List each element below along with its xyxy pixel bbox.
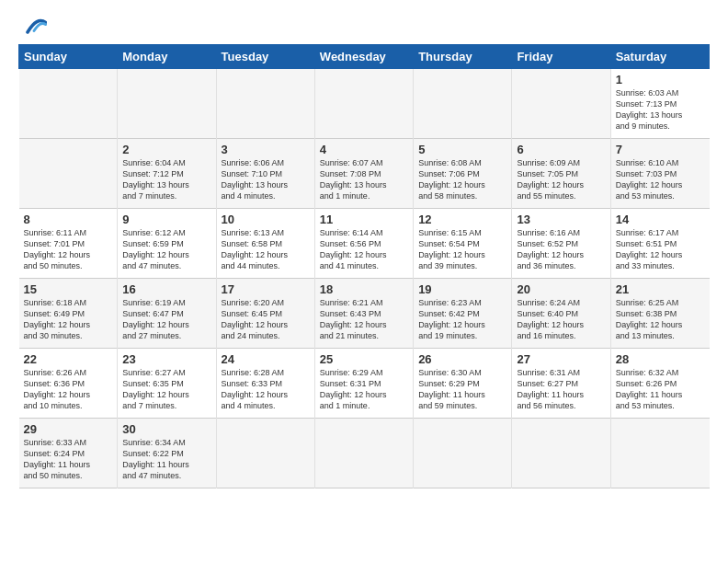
day-detail: Sunrise: 6:32 AMSunset: 6:26 PMDaylight:… bbox=[616, 368, 683, 410]
day-number: 18 bbox=[320, 282, 408, 296]
calendar-cell-19: 19Sunrise: 6:23 AMSunset: 6:42 PMDayligh… bbox=[414, 279, 512, 349]
calendar-cell-empty bbox=[118, 69, 216, 139]
calendar-cell-15: 15Sunrise: 6:18 AMSunset: 6:49 PMDayligh… bbox=[19, 279, 118, 349]
col-header-wednesday: Wednesday bbox=[314, 45, 413, 69]
day-detail: Sunrise: 6:16 AMSunset: 6:52 PMDaylight:… bbox=[517, 228, 584, 270]
day-detail: Sunrise: 6:21 AMSunset: 6:43 PMDaylight:… bbox=[320, 298, 387, 340]
day-detail: Sunrise: 6:27 AMSunset: 6:35 PMDaylight:… bbox=[122, 368, 189, 410]
calendar-cell-21: 21Sunrise: 6:25 AMSunset: 6:38 PMDayligh… bbox=[610, 279, 709, 349]
day-number: 20 bbox=[517, 282, 605, 296]
day-detail: Sunrise: 6:06 AMSunset: 7:10 PMDaylight:… bbox=[222, 158, 289, 201]
calendar-cell-14: 14Sunrise: 6:17 AMSunset: 6:51 PMDayligh… bbox=[610, 209, 709, 279]
calendar-cell-1: 1Sunrise: 6:03 AMSunset: 7:13 PMDaylight… bbox=[610, 69, 709, 139]
day-number: 16 bbox=[122, 282, 210, 296]
calendar-cell-18: 18Sunrise: 6:21 AMSunset: 6:43 PMDayligh… bbox=[314, 279, 413, 349]
day-number: 1 bbox=[616, 73, 705, 86]
day-number: 8 bbox=[24, 213, 113, 226]
day-detail: Sunrise: 6:24 AMSunset: 6:40 PMDaylight:… bbox=[517, 298, 584, 340]
calendar-week-2: 2Sunrise: 6:04 AMSunset: 7:12 PMDaylight… bbox=[19, 139, 710, 209]
day-detail: Sunrise: 6:12 AMSunset: 6:59 PMDaylight:… bbox=[122, 228, 189, 270]
day-detail: Sunrise: 6:17 AMSunset: 6:51 PMDaylight:… bbox=[616, 228, 683, 270]
day-number: 9 bbox=[122, 213, 210, 226]
day-detail: Sunrise: 6:09 AMSunset: 7:05 PMDaylight:… bbox=[517, 158, 584, 201]
calendar-cell-13: 13Sunrise: 6:16 AMSunset: 6:52 PMDayligh… bbox=[512, 209, 610, 279]
day-number: 15 bbox=[24, 282, 113, 296]
day-number: 19 bbox=[418, 282, 506, 296]
calendar-week-6: 29Sunrise: 6:33 AMSunset: 6:24 PMDayligh… bbox=[19, 419, 710, 488]
day-number: 21 bbox=[616, 282, 705, 296]
day-number: 13 bbox=[517, 213, 605, 226]
calendar-cell-empty bbox=[610, 419, 709, 488]
day-detail: Sunrise: 6:10 AMSunset: 7:03 PMDaylight:… bbox=[616, 158, 683, 201]
day-detail: Sunrise: 6:25 AMSunset: 6:38 PMDaylight:… bbox=[616, 298, 683, 340]
day-number: 4 bbox=[320, 143, 408, 156]
day-number: 28 bbox=[616, 352, 705, 366]
calendar-cell-empty bbox=[314, 69, 413, 139]
calendar-cell-empty bbox=[314, 419, 413, 488]
calendar-cell-9: 9Sunrise: 6:12 AMSunset: 6:59 PMDaylight… bbox=[118, 209, 216, 279]
calendar-cell-empty bbox=[19, 139, 118, 209]
day-detail: Sunrise: 6:28 AMSunset: 6:33 PMDaylight:… bbox=[222, 368, 289, 410]
calendar-week-5: 22Sunrise: 6:26 AMSunset: 6:36 PMDayligh… bbox=[19, 349, 710, 419]
calendar-cell-30: 30Sunrise: 6:34 AMSunset: 6:22 PMDayligh… bbox=[118, 419, 216, 488]
calendar-cell-24: 24Sunrise: 6:28 AMSunset: 6:33 PMDayligh… bbox=[216, 349, 314, 419]
calendar-cell-empty bbox=[512, 419, 610, 488]
calendar-cell-7: 7Sunrise: 6:10 AMSunset: 7:03 PMDaylight… bbox=[610, 139, 709, 209]
calendar-table: SundayMondayTuesdayWednesdayThursdayFrid… bbox=[18, 44, 710, 488]
day-number: 29 bbox=[24, 422, 113, 436]
day-detail: Sunrise: 6:08 AMSunset: 7:06 PMDaylight:… bbox=[418, 158, 485, 201]
day-detail: Sunrise: 6:03 AMSunset: 7:13 PMDaylight:… bbox=[616, 88, 683, 131]
calendar-cell-empty bbox=[216, 419, 314, 488]
logo bbox=[18, 17, 47, 39]
calendar-cell-25: 25Sunrise: 6:29 AMSunset: 6:31 PMDayligh… bbox=[314, 349, 413, 419]
calendar-cell-26: 26Sunrise: 6:30 AMSunset: 6:29 PMDayligh… bbox=[414, 349, 512, 419]
col-header-thursday: Thursday bbox=[414, 45, 512, 69]
calendar-cell-12: 12Sunrise: 6:15 AMSunset: 6:54 PMDayligh… bbox=[414, 209, 512, 279]
day-detail: Sunrise: 6:30 AMSunset: 6:29 PMDaylight:… bbox=[418, 368, 485, 410]
calendar-cell-empty bbox=[512, 69, 610, 139]
day-number: 6 bbox=[517, 143, 605, 156]
day-detail: Sunrise: 6:31 AMSunset: 6:27 PMDaylight:… bbox=[517, 368, 584, 410]
col-header-sunday: Sunday bbox=[19, 45, 118, 69]
calendar-cell-2: 2Sunrise: 6:04 AMSunset: 7:12 PMDaylight… bbox=[118, 139, 216, 209]
day-detail: Sunrise: 6:18 AMSunset: 6:49 PMDaylight:… bbox=[24, 298, 91, 340]
header-row: SundayMondayTuesdayWednesdayThursdayFrid… bbox=[19, 45, 710, 69]
calendar-cell-8: 8Sunrise: 6:11 AMSunset: 7:01 PMDaylight… bbox=[19, 209, 118, 279]
day-number: 27 bbox=[517, 352, 605, 366]
day-detail: Sunrise: 6:29 AMSunset: 6:31 PMDaylight:… bbox=[320, 368, 387, 410]
col-header-friday: Friday bbox=[512, 45, 610, 69]
day-detail: Sunrise: 6:07 AMSunset: 7:08 PMDaylight:… bbox=[320, 158, 387, 201]
day-detail: Sunrise: 6:34 AMSunset: 6:22 PMDaylight:… bbox=[122, 438, 189, 480]
calendar-week-4: 15Sunrise: 6:18 AMSunset: 6:49 PMDayligh… bbox=[19, 279, 710, 349]
calendar-week-1: 1Sunrise: 6:03 AMSunset: 7:13 PMDaylight… bbox=[19, 69, 710, 139]
calendar-cell-4: 4Sunrise: 6:07 AMSunset: 7:08 PMDaylight… bbox=[314, 139, 413, 209]
calendar-cell-11: 11Sunrise: 6:14 AMSunset: 6:56 PMDayligh… bbox=[314, 209, 413, 279]
calendar-cell-22: 22Sunrise: 6:26 AMSunset: 6:36 PMDayligh… bbox=[19, 349, 118, 419]
calendar-cell-6: 6Sunrise: 6:09 AMSunset: 7:05 PMDaylight… bbox=[512, 139, 610, 209]
day-number: 11 bbox=[320, 213, 408, 226]
day-number: 22 bbox=[24, 352, 113, 366]
day-number: 12 bbox=[418, 213, 506, 226]
day-detail: Sunrise: 6:13 AMSunset: 6:58 PMDaylight:… bbox=[222, 228, 289, 270]
calendar-cell-16: 16Sunrise: 6:19 AMSunset: 6:47 PMDayligh… bbox=[118, 279, 216, 349]
day-number: 5 bbox=[418, 143, 506, 156]
calendar-cell-5: 5Sunrise: 6:08 AMSunset: 7:06 PMDaylight… bbox=[414, 139, 512, 209]
day-number: 30 bbox=[122, 422, 210, 436]
calendar-cell-28: 28Sunrise: 6:32 AMSunset: 6:26 PMDayligh… bbox=[610, 349, 709, 419]
day-number: 24 bbox=[222, 352, 310, 366]
calendar-cell-23: 23Sunrise: 6:27 AMSunset: 6:35 PMDayligh… bbox=[118, 349, 216, 419]
calendar-cell-10: 10Sunrise: 6:13 AMSunset: 6:58 PMDayligh… bbox=[216, 209, 314, 279]
calendar-cell-17: 17Sunrise: 6:20 AMSunset: 6:45 PMDayligh… bbox=[216, 279, 314, 349]
col-header-saturday: Saturday bbox=[610, 45, 709, 69]
day-detail: Sunrise: 6:11 AMSunset: 7:01 PMDaylight:… bbox=[24, 228, 91, 270]
day-number: 14 bbox=[616, 213, 705, 226]
day-number: 23 bbox=[122, 352, 210, 366]
header bbox=[18, 17, 710, 39]
calendar-week-3: 8Sunrise: 6:11 AMSunset: 7:01 PMDaylight… bbox=[19, 209, 710, 279]
calendar-cell-20: 20Sunrise: 6:24 AMSunset: 6:40 PMDayligh… bbox=[512, 279, 610, 349]
day-detail: Sunrise: 6:14 AMSunset: 6:56 PMDaylight:… bbox=[320, 228, 387, 270]
calendar-cell-27: 27Sunrise: 6:31 AMSunset: 6:27 PMDayligh… bbox=[512, 349, 610, 419]
day-number: 3 bbox=[222, 143, 310, 156]
day-number: 17 bbox=[222, 282, 310, 296]
calendar-cell-3: 3Sunrise: 6:06 AMSunset: 7:10 PMDaylight… bbox=[216, 139, 314, 209]
